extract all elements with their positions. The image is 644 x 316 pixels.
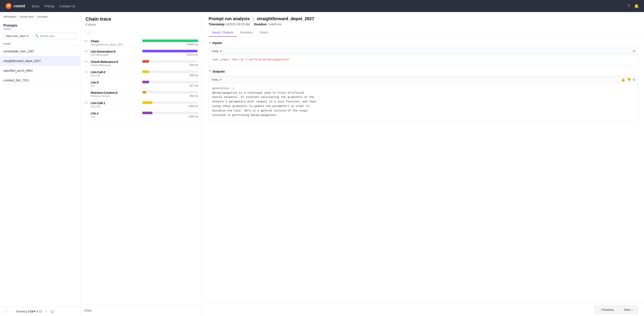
- tab-inputs-outputs[interactable]: Inputs / Outputs: [208, 29, 237, 37]
- outputs-section-label: Outputs: [212, 70, 225, 73]
- span-bar-track: [142, 101, 198, 104]
- page-range-select[interactable]: 1-12 ▾: [28, 310, 35, 313]
- span-bar: [142, 50, 198, 52]
- outputs-yaml-block: YAML ▾ 👍 👎 ⧉ generation: |-: [208, 76, 638, 121]
- help-circle-icon: ?: [628, 4, 630, 8]
- page-info: Showing 1-12 ▾ of 12: [16, 310, 42, 313]
- next-button[interactable]: Next ›: [619, 306, 638, 314]
- outputs-yaml-body: generation: |- Backpropagation is a tech…: [209, 83, 638, 121]
- generation-pipe: |-: [232, 87, 236, 90]
- chain-content: 8 ▾ Chain Straightforward_depot_2927 144…: [80, 38, 202, 305]
- last-page-btn[interactable]: ⋃: [50, 309, 54, 314]
- nav-pricing[interactable]: Pricing: [44, 4, 54, 8]
- showing-label: Showing: [16, 310, 26, 313]
- chevron-icon: ▾: [86, 40, 88, 42]
- inputs-yaml-label[interactable]: YAML ▾: [212, 50, 222, 53]
- span-number: [85, 112, 89, 115]
- filter-search-box: 🔍: [32, 33, 77, 39]
- notification-icon-btn[interactable]: 🔔: [634, 4, 639, 8]
- inputs-section-label: Inputs: [212, 41, 222, 45]
- span-bar-area: 14370 ms: [142, 50, 198, 56]
- span-bar-track: [142, 81, 198, 83]
- span-bar: [142, 81, 149, 83]
- span-row-llm-0[interactable]: Llm-0 Llm 827 ms: [82, 79, 201, 89]
- span-details: Check-Relevance-0 Check-Relevance: [91, 60, 141, 67]
- outputs-yaml-toolbar: YAML ▾ 👍 👎 ⧉: [209, 76, 638, 83]
- yaml-feedback-buttons: 👍 👎 ⧉: [621, 78, 635, 82]
- next-page-btn[interactable]: ›: [44, 309, 48, 314]
- sidebar-item-crooked[interactable]: crooked_fish_7231: [0, 76, 80, 85]
- breadcrumb-user[interactable]: lothiraldan: [4, 15, 16, 18]
- filter-select-dropdown[interactable]: input.user_input ▾: [4, 33, 31, 39]
- close-button[interactable]: Close: [84, 307, 92, 314]
- span-details: Llm-1 Llm: [91, 112, 141, 118]
- analysis-run-name: straightforward_depot_2927: [257, 16, 314, 21]
- sidebar-item-specified[interactable]: specified_porch_8861: [0, 66, 80, 76]
- inputs-copy-button[interactable]: ⧉: [633, 49, 635, 53]
- tab-details[interactable]: Details: [256, 29, 272, 37]
- breadcrumb-section[interactable]: prompts: [38, 15, 48, 18]
- span-number: 2 ▾: [85, 60, 89, 63]
- sidebar-title-underline: [4, 29, 11, 29]
- outputs-yaml-label[interactable]: YAML ▾: [212, 78, 222, 81]
- thumbs-up-btn[interactable]: 👍: [621, 78, 625, 82]
- chevron-icon: ▾: [86, 71, 88, 73]
- sidebar-item-remarkable[interactable]: remarkable_riser_1367: [0, 47, 80, 56]
- span-row-llm-1[interactable]: Llm-1 Llm 1399 ms: [82, 110, 201, 120]
- analysis-header: Prompt run analysis | straightforward_de…: [202, 12, 644, 37]
- sidebar-col-header: NAME: [0, 41, 80, 47]
- top-navigation: comet Docs Pricing Contact Us ? 🔔: [0, 0, 644, 12]
- span-details: Chain Straightforward_depot_2927: [91, 40, 141, 46]
- span-bar: [142, 60, 149, 63]
- analysis-panel: Prompt run analysis | straightforward_de…: [202, 12, 644, 316]
- chevron-icon: ▾: [86, 102, 88, 104]
- logo-text: comet: [14, 4, 25, 8]
- nav-contact[interactable]: Contact Us: [60, 4, 75, 8]
- thumbs-down-btn[interactable]: 👎: [627, 78, 631, 82]
- previous-button[interactable]: ‹ Previous: [594, 306, 619, 314]
- span-bar-area: 14445 ms: [142, 40, 198, 46]
- nav-docs[interactable]: Docs: [32, 4, 39, 8]
- outputs-section-header[interactable]: ▼ Outputs: [208, 70, 638, 73]
- chain-panel-header: Chain trace 8 spans −: [80, 12, 202, 38]
- span-bar: [142, 40, 198, 42]
- sidebar-item-straightforward[interactable]: straightforward_depot_2927: [0, 56, 80, 66]
- span-details: Llm-Call-0 Llm-Call: [91, 70, 141, 77]
- span-bar-track: [142, 40, 198, 42]
- span-details: Llm-Call-1 Llm-Call: [91, 101, 141, 108]
- span-bar-area: 828 ms: [142, 70, 198, 77]
- logo[interactable]: comet: [5, 3, 25, 10]
- span-row-llm-gen-0[interactable]: 7 ▾ Llm-Generation-0 Llm-Generation 1437…: [82, 48, 201, 58]
- chain-close-area: Close: [80, 305, 202, 316]
- help-icon-btn[interactable]: ?: [628, 4, 630, 8]
- analysis-title: Prompt run analysis | straightforward_de…: [208, 16, 638, 21]
- zoom-out-btn[interactable]: −: [86, 30, 91, 35]
- inputs-yaml-body: user_input: How can I perform backpropag…: [209, 55, 638, 65]
- breadcrumb: lothiraldan / buster-test / prompts: [0, 12, 80, 21]
- prev-page-btn[interactable]: ‹: [10, 309, 13, 314]
- span-row-llm-call-1[interactable]: 1 ▾ Llm-Call-1 Llm-Call 1400 ms: [82, 100, 201, 110]
- span-row-check-relevance[interactable]: 2 ▾ Check-Relevance-0 Check-Relevance 82…: [82, 58, 201, 69]
- search-input[interactable]: [40, 34, 74, 38]
- sidebar-filters: input.user_input ▾ 🔍: [0, 31, 80, 41]
- first-page-btn[interactable]: ⋂: [4, 309, 8, 314]
- span-row-llm-call-0[interactable]: 1 ▾ Llm-Call-0 Llm-Call 828 ms: [82, 69, 201, 79]
- chain-title: Chain trace: [86, 16, 197, 22]
- total-count: of 12: [36, 310, 42, 313]
- chain-trace-panel: Chain trace 8 spans − 8 ▾ Chain Straight…: [80, 12, 202, 316]
- timestamp-value: 9/25/23 09:25 AM: [226, 23, 250, 26]
- breadcrumb-project[interactable]: buster-test: [20, 15, 34, 18]
- inputs-yaml-toolbar: YAML ▾ ⧉: [209, 48, 638, 55]
- chain-toolbar: −: [86, 30, 197, 35]
- span-bar-track: [142, 60, 198, 63]
- outputs-copy-button[interactable]: ⧉: [633, 78, 635, 82]
- span-row-retrieve-context[interactable]: Retrieve-Context-0 Retrieve-Context 454 …: [82, 89, 201, 100]
- span-bar: [142, 70, 149, 73]
- span-bar-area: 828 ms: [142, 60, 198, 67]
- span-bar-track: [142, 91, 198, 94]
- tab-metadata[interactable]: Metadata: [237, 29, 256, 37]
- inputs-section-header[interactable]: ▼ Inputs: [208, 41, 638, 45]
- span-row-chain[interactable]: 8 ▾ Chain Straightforward_depot_2927 144…: [82, 38, 201, 48]
- page-range: 1-12: [28, 310, 33, 313]
- bell-icon: 🔔: [634, 4, 639, 8]
